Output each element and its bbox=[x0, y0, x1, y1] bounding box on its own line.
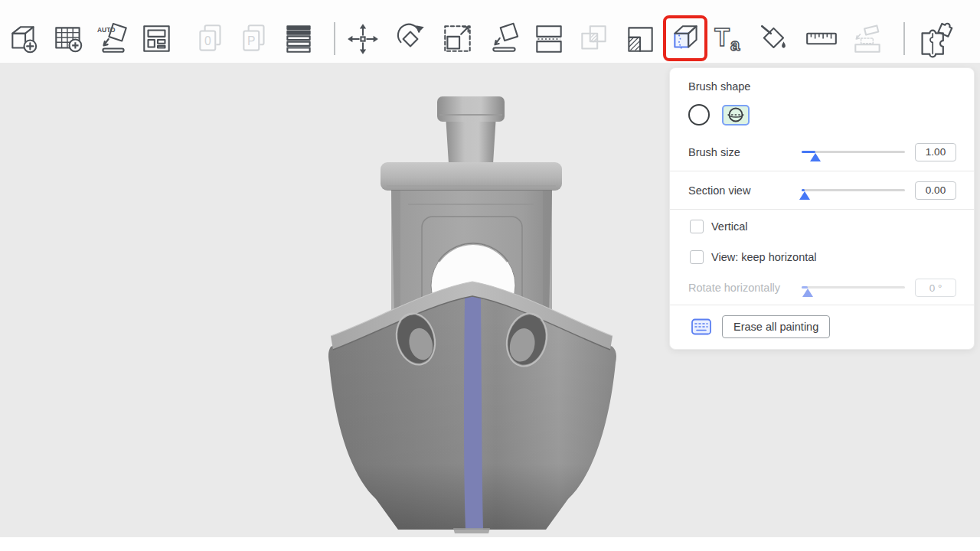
color-painting-icon[interactable] bbox=[756, 18, 793, 60]
seam-painting-panel: Brush shape Brush size Section view bbox=[669, 67, 975, 350]
erase-all-painting-button[interactable]: Erase all painting bbox=[722, 315, 830, 338]
toolbar-separator bbox=[334, 22, 335, 55]
slider-thumb[interactable] bbox=[799, 191, 810, 200]
brush-shape-options bbox=[688, 103, 974, 127]
rotate-icon[interactable] bbox=[392, 18, 429, 60]
brush-size-value[interactable] bbox=[915, 143, 956, 161]
scale-icon[interactable] bbox=[439, 18, 476, 60]
divider bbox=[670, 209, 974, 210]
cut-icon[interactable] bbox=[531, 18, 567, 60]
variable-layer-height-icon[interactable] bbox=[280, 18, 317, 60]
arrange-icon[interactable] bbox=[139, 18, 175, 60]
view-keep-horizontal-checkbox[interactable] bbox=[690, 250, 704, 264]
view-keep-horizontal-checkbox-row[interactable]: View: keep horizontal bbox=[670, 242, 974, 272]
sphere-brush-option-selected[interactable] bbox=[722, 105, 750, 126]
erase-row: Erase all painting bbox=[670, 315, 974, 338]
slider-thumb bbox=[802, 289, 813, 297]
slider-track bbox=[802, 286, 905, 289]
assembly-icon bbox=[850, 18, 887, 60]
sphere-brush-icon bbox=[727, 106, 745, 124]
add-plate-icon[interactable] bbox=[51, 18, 87, 60]
keyboard-shortcut-icon[interactable] bbox=[691, 318, 711, 335]
measure-icon[interactable] bbox=[803, 18, 840, 60]
rotate-horizontally-slider bbox=[802, 279, 905, 297]
divider bbox=[670, 305, 974, 305]
svg-text:0: 0 bbox=[204, 34, 211, 47]
brush-size-row: Brush size bbox=[670, 135, 974, 169]
brush-shape-label: Brush shape bbox=[688, 80, 974, 93]
svg-text:a: a bbox=[730, 35, 740, 54]
rotate-horizontally-value bbox=[915, 279, 956, 297]
slider-thumb[interactable] bbox=[810, 153, 821, 161]
circle-brush-option[interactable] bbox=[688, 104, 710, 126]
mesh-boolean-icon bbox=[576, 18, 612, 60]
brush-size-slider[interactable] bbox=[802, 143, 905, 161]
rotate-horizontally-row: Rotate horizontally bbox=[670, 272, 974, 303]
brush-size-label: Brush size bbox=[688, 146, 802, 158]
view-keep-horizontal-label: View: keep horizontal bbox=[711, 251, 817, 263]
vertical-label: Vertical bbox=[711, 220, 748, 233]
support-painting-icon[interactable] bbox=[622, 18, 658, 60]
section-view-label: Section view bbox=[688, 184, 802, 197]
section-view-slider[interactable] bbox=[802, 181, 905, 200]
rotate-horizontally-label: Rotate horizontally bbox=[688, 282, 802, 294]
svg-text:T: T bbox=[714, 24, 730, 51]
vertical-checkbox[interactable] bbox=[690, 220, 704, 233]
split-to-parts-icon: P bbox=[237, 18, 273, 60]
auto-orient-icon[interactable]: AUTO bbox=[95, 18, 132, 60]
place-on-face-icon[interactable] bbox=[486, 18, 523, 60]
text-tool-icon[interactable]: T a bbox=[710, 18, 747, 60]
section-view-row: Section view bbox=[670, 173, 974, 207]
toolbar-separator bbox=[903, 22, 905, 55]
move-icon[interactable] bbox=[345, 18, 381, 60]
top-toolbar: AUTO 0 P bbox=[0, 0, 980, 63]
svg-text:P: P bbox=[247, 34, 255, 47]
add-object-icon[interactable] bbox=[6, 18, 43, 60]
slider-track bbox=[802, 189, 905, 191]
assemble-view-icon[interactable] bbox=[917, 18, 954, 60]
vertical-checkbox-row[interactable]: Vertical bbox=[670, 211, 974, 242]
section-view-value[interactable] bbox=[915, 181, 956, 200]
split-to-objects-icon: 0 bbox=[193, 18, 230, 60]
seam-painting-icon[interactable] bbox=[668, 18, 704, 60]
divider bbox=[670, 171, 974, 171]
